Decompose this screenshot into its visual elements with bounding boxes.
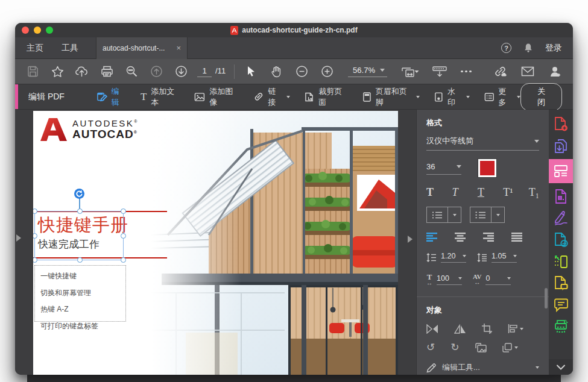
align-left-button[interactable] [426,233,438,242]
next-page-icon[interactable] [173,64,189,80]
toc-item[interactable]: 可打印的键盘标签 [40,321,125,331]
document-viewport: AUTODESK® AUTOCAD® 快捷键手册 快速完成工作 [15,110,416,375]
align-right-button[interactable] [483,233,495,242]
resize-handle-se[interactable] [121,257,126,263]
more-tools-ellipsis-icon[interactable] [458,64,474,80]
align-justify-button[interactable] [511,233,523,242]
arrange-objects-button[interactable] [502,343,518,352]
organize-pages-icon[interactable] [552,253,569,270]
request-signatures-icon[interactable] [552,275,569,292]
character-spacing-control[interactable]: AV↔ 0 [473,274,511,286]
edit-pdf-icon-active[interactable] [549,159,573,183]
previous-page-icon[interactable] [148,64,164,80]
select-tool-icon[interactable] [243,64,259,80]
zoom-out-icon[interactable] [294,64,309,80]
rotate-ccw-button[interactable]: ↺ [426,342,435,352]
notifications-bell-icon[interactable] [523,43,533,53]
flip-vertical-button[interactable] [426,324,438,334]
minimize-window-button[interactable] [34,27,41,34]
tab-tools[interactable]: 工具 [52,43,87,54]
bullet-list-caret[interactable] [448,207,461,223]
star-icon[interactable] [49,64,65,80]
resize-handle-e[interactable] [121,233,126,239]
resize-handle-sw[interactable] [33,257,37,263]
help-icon[interactable]: ? [501,43,511,53]
share-link-icon[interactable] [492,64,508,80]
font-color-swatch[interactable] [478,159,496,177]
toc-item[interactable]: 一键快捷键 [40,271,125,281]
horizontal-scale-value: 100 [437,274,449,283]
fill-sign-icon[interactable] [552,210,569,227]
add-text-button[interactable]: T 添加文本 [141,86,180,108]
edit-mode-button[interactable]: 编辑 [96,86,126,108]
font-family-dropdown[interactable]: 汉仪中等线简 [426,136,539,151]
pdf-page[interactable]: AUTODESK® AUTOCAD® 快捷键手册 快速完成工作 [33,111,398,375]
add-image-button[interactable]: 添加图像 [194,86,239,108]
more-button[interactable]: 更多 [484,86,520,108]
more-tools-chevron[interactable] [549,359,573,375]
hand-tool-icon[interactable] [268,64,284,80]
resize-handle-ne[interactable] [121,208,126,214]
underline-button[interactable]: T [478,186,503,199]
align-objects-button[interactable] [508,324,523,333]
send-for-review-icon[interactable] [552,231,569,248]
header-footer-button[interactable]: 页眉和页脚 [362,86,420,108]
watermark-button[interactable]: 水印 [434,86,469,108]
italic-button[interactable]: T [452,186,477,199]
main-toolbar: 1 /11 56.7% [15,59,573,84]
bold-button[interactable]: T [426,186,452,199]
paragraph-spacing-control[interactable]: 1.05 [477,252,517,263]
share-cloud-icon[interactable] [74,64,90,80]
tab-home[interactable]: 主页 [17,43,52,54]
document-tab[interactable]: autocad-shortcut-... × [96,37,188,59]
align-center-button[interactable] [455,233,467,242]
edit-tools-dropdown[interactable]: 编辑工具... [426,362,539,375]
add-user-icon[interactable] [548,64,563,80]
replace-image-button[interactable] [475,343,487,352]
prepare-form-icon[interactable] [552,188,569,205]
text-selection-box[interactable] [34,211,124,260]
numbered-list-caret[interactable] [492,207,505,223]
horizontal-scale-control[interactable]: T↔ 100 [426,273,462,286]
zoom-window-button[interactable] [46,27,53,34]
font-size-dropdown[interactable]: 36 [426,162,461,175]
close-window-button[interactable] [22,27,29,34]
bullet-list-button[interactable] [426,207,448,223]
toc-item[interactable]: 热键 A-Z [40,304,125,315]
line-spacing-control[interactable]: 1.20 [426,252,466,263]
resize-handle-w[interactable] [33,233,37,239]
export-pdf-icon[interactable] [552,137,569,154]
fit-width-icon[interactable] [400,64,421,80]
link-button[interactable]: 链接 [253,86,290,108]
print-icon[interactable] [99,64,115,80]
signin-button[interactable]: 登录 [545,43,562,54]
rotation-handle[interactable] [74,189,84,199]
search-icon[interactable] [124,64,139,80]
crop-pages-button[interactable]: 裁剪页面 [305,86,348,108]
subscript-button[interactable]: T₁ [529,186,539,199]
zoom-level-dropdown[interactable]: 56.7% [348,66,387,77]
zoom-in-icon[interactable] [319,64,335,80]
panel-scrollbar[interactable] [545,288,548,308]
email-icon[interactable] [520,64,536,80]
tab-close-icon[interactable]: × [176,43,181,52]
crop-object-button[interactable] [482,324,492,334]
resize-handle-s[interactable] [77,257,83,263]
toc-list-box[interactable]: 一键快捷键 切换和屏幕管理 热键 A-Z 可打印的键盘标签 [34,265,126,322]
rotate-cw-button[interactable]: ↻ [450,342,459,352]
create-pdf-icon[interactable] [552,116,569,133]
left-panel-expand-icon[interactable] [16,234,21,242]
close-edit-mode-button[interactable]: 关闭 [520,83,562,111]
resize-handle-n[interactable] [77,208,83,214]
resize-handle-nw[interactable] [33,208,37,214]
page-fit-icon[interactable] [431,64,449,80]
flip-horizontal-button[interactable] [454,324,466,334]
right-panel-expand-icon[interactable] [408,236,413,243]
print-production-icon[interactable] [552,318,569,335]
comment-icon[interactable] [552,296,569,313]
numbered-list-button[interactable] [470,207,492,223]
toc-item[interactable]: 切换和屏幕管理 [40,288,125,298]
superscript-button[interactable]: T¹ [503,186,528,199]
save-icon[interactable] [25,64,40,80]
page-number-input[interactable]: 1 [197,66,212,77]
